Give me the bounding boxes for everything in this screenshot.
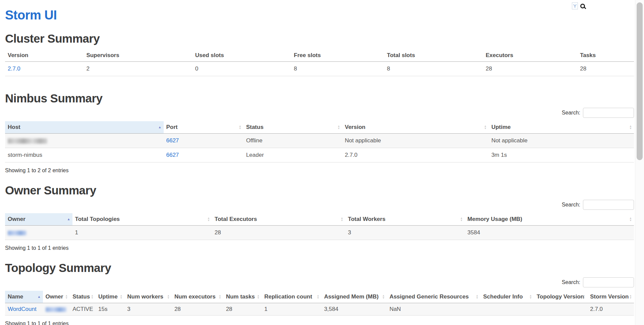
total-topologies-value: 1 <box>72 226 212 240</box>
col-header-num-tasks[interactable]: Num tasks <box>223 291 262 303</box>
version-link[interactable]: 2.7.0 <box>8 65 20 72</box>
nimbus-search-input[interactable] <box>583 108 634 118</box>
cluster-header-row: Version Supervisors Used slots Free slot… <box>5 49 634 62</box>
topology-header-row: Name Owner Status Uptime Num workers Num… <box>5 291 634 303</box>
col-header-nimbus-version[interactable]: Version <box>342 121 489 134</box>
sort-both-icon <box>529 294 532 299</box>
port-link[interactable]: 6627 <box>166 137 179 144</box>
sort-both-icon <box>167 294 170 299</box>
owner-summary-heading: Owner Summary <box>5 184 634 197</box>
memory-usage-value: 3584 <box>465 226 634 240</box>
sort-asc-icon <box>38 295 41 298</box>
host-value: storm-nimbus <box>5 148 164 162</box>
col-header-topo-status[interactable]: Status <box>70 291 96 303</box>
cluster-summary-section: Cluster Summary Version Supervisors Used… <box>5 32 634 76</box>
total-workers-value: 3 <box>345 226 465 240</box>
redacted-host-value <box>8 138 47 144</box>
topology-name-link[interactable]: WordCount <box>8 306 37 312</box>
col-header-total-slots: Total slots <box>384 49 483 62</box>
owner-search-input[interactable] <box>583 200 634 210</box>
uptime-value: 3m 1s <box>489 148 634 162</box>
owner-row: 1 28 3 3584 <box>5 226 634 240</box>
assigned-generic-resources-value: NaN <box>387 303 480 316</box>
page-content: Storm UI Cluster Summary Version Supervi… <box>0 0 644 325</box>
replication-count-value: 1 <box>262 303 321 316</box>
search-icon[interactable] <box>580 4 585 8</box>
sort-both-icon <box>207 217 210 222</box>
col-header-num-workers[interactable]: Num workers <box>124 291 172 303</box>
topology-summary-table: Name Owner Status Uptime Num workers Num… <box>5 291 634 316</box>
topo-status-value: ACTIVE <box>70 303 96 316</box>
sort-both-icon <box>337 125 340 130</box>
col-header-host[interactable]: Host <box>5 121 164 134</box>
col-header-topology-version[interactable]: Topology Version <box>534 291 587 303</box>
col-header-topo-owner[interactable]: Owner <box>43 291 70 303</box>
owner-header-row: Owner Total Topologies Total Executors T… <box>5 213 634 226</box>
num-tasks-value: 28 <box>223 303 262 316</box>
col-header-status[interactable]: Status <box>244 121 342 134</box>
num-workers-value: 3 <box>124 303 172 316</box>
col-header-num-executors[interactable]: Num executors <box>172 291 223 303</box>
uptime-value: Not applicable <box>489 134 634 148</box>
nimbus-summary-section: Nimbus Summary Search: Host Port Status … <box>5 92 634 174</box>
used-slots-value: 0 <box>193 62 291 76</box>
topology-search-label: Search: <box>562 279 580 285</box>
topbar-search-widget: Y <box>572 2 585 9</box>
col-header-supervisors: Supervisors <box>84 49 192 62</box>
col-header-total-topologies[interactable]: Total Topologies <box>72 213 212 226</box>
sort-both-icon <box>460 217 463 222</box>
nimbus-row: 6627 Offline Not applicable Not applicab… <box>5 134 634 148</box>
total-slots-value: 8 <box>384 62 483 76</box>
col-header-storm-version[interactable]: Storm Version <box>587 291 634 303</box>
sort-both-icon <box>219 294 221 299</box>
scrollbar-thumb[interactable] <box>637 2 643 160</box>
topology-filter-input[interactable]: Y <box>572 2 578 9</box>
topology-entries-info: Showing 1 to 1 of 1 entries <box>5 321 634 325</box>
status-value: Leader <box>244 148 342 162</box>
sort-both-icon <box>91 294 94 299</box>
sort-asc-icon <box>158 126 162 129</box>
col-header-port[interactable]: Port <box>164 121 244 134</box>
col-header-scheduler-info[interactable]: Scheduler Info <box>481 291 534 303</box>
topology-summary-section: Topology Summary Search: Name Owner Stat… <box>5 261 634 325</box>
sort-both-icon <box>382 294 385 299</box>
sort-both-icon <box>484 125 487 130</box>
col-header-version: Version <box>5 49 84 62</box>
col-header-uptime[interactable]: Uptime <box>489 121 634 134</box>
nimbus-version-value: 2.7.0 <box>342 148 489 162</box>
topology-row: WordCount ACTIVE 15s 3 28 28 1 3,584 NaN… <box>5 303 634 316</box>
topology-search-row: Search: <box>5 277 634 287</box>
nimbus-summary-table: Host Port Status Version Uptime 6627 Off… <box>5 121 634 162</box>
col-header-free-slots: Free slots <box>291 49 384 62</box>
sort-both-icon <box>340 217 343 222</box>
col-header-assigned-generic-resources[interactable]: Assigned Generic Resources <box>387 291 480 303</box>
col-header-topo-uptime[interactable]: Uptime <box>96 291 124 303</box>
owner-entries-info: Showing 1 to 1 of 1 entries <box>5 245 634 251</box>
sort-both-icon <box>120 294 122 299</box>
col-header-replication-count[interactable]: Replication count <box>262 291 321 303</box>
redacted-owner-value <box>8 231 26 235</box>
owner-summary-table: Owner Total Topologies Total Executors T… <box>5 213 634 240</box>
port-link[interactable]: 6627 <box>166 152 179 158</box>
col-header-total-workers[interactable]: Total Workers <box>345 213 465 226</box>
sort-both-icon <box>476 294 479 299</box>
page-scrollbar[interactable] <box>635 0 644 325</box>
col-header-used-slots: Used slots <box>193 49 291 62</box>
owner-search-row: Search: <box>5 200 634 210</box>
sort-both-icon <box>629 294 632 299</box>
col-header-total-executors[interactable]: Total Executors <box>212 213 345 226</box>
topo-uptime-value: 15s <box>96 303 124 316</box>
topology-search-input[interactable] <box>583 277 634 287</box>
col-header-executors: Executors <box>483 49 577 62</box>
col-header-memory-usage[interactable]: Memory Usage (MB) <box>465 213 634 226</box>
nimbus-row: storm-nimbus 6627 Leader 2.7.0 3m 1s <box>5 148 634 162</box>
nimbus-summary-heading: Nimbus Summary <box>5 92 634 105</box>
col-header-owner[interactable]: Owner <box>5 213 72 226</box>
owner-search-label: Search: <box>562 202 580 208</box>
sort-both-icon <box>239 125 241 130</box>
tasks-value: 28 <box>577 62 634 76</box>
nimbus-version-value: Not applicable <box>342 134 489 148</box>
col-header-assigned-mem[interactable]: Assigned Mem (MB) <box>321 291 387 303</box>
col-header-name[interactable]: Name <box>5 291 43 303</box>
storm-version-value: 2.7.0 <box>587 303 634 316</box>
